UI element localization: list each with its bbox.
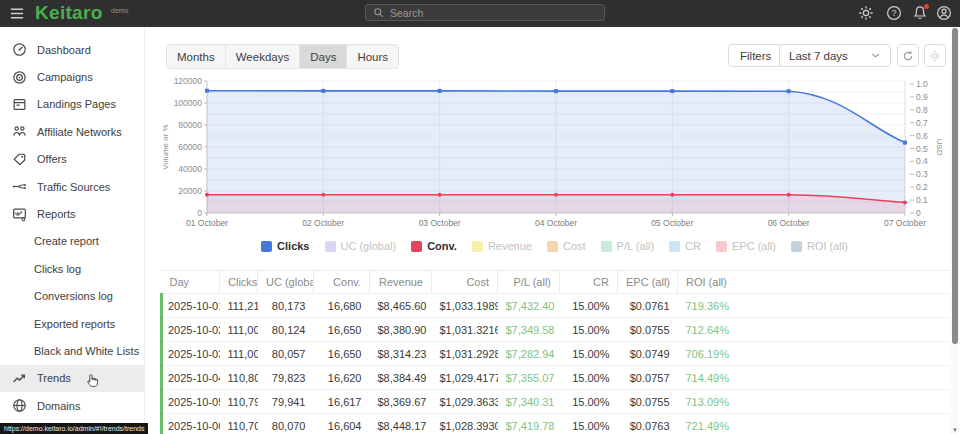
legend-label: Revenue <box>488 240 532 252</box>
sidebar-item-label: Conversions log <box>34 290 113 302</box>
sidebar-item-exported-reports[interactable]: Exported reports <box>0 310 144 337</box>
tab-hours[interactable]: Hours <box>346 45 398 68</box>
column-header-cost[interactable]: Cost <box>432 271 498 294</box>
table-cell: 110,79 <box>220 390 258 414</box>
sidebar: DashboardCampaignsLandings PagesAffiliat… <box>0 27 145 424</box>
table-cell: 15.00% <box>560 294 618 318</box>
legend-item-conv[interactable]: Conv. <box>411 240 457 252</box>
tab-weekdays[interactable]: Weekdays <box>225 45 299 68</box>
legend-item-cr[interactable]: CR <box>669 240 701 252</box>
column-header-cr[interactable]: CR <box>560 271 618 294</box>
column-header-roi-all[interactable]: ROI (all) <box>678 271 950 294</box>
table-cell: 110,70 <box>220 414 258 434</box>
sidebar-item-reports[interactable]: Reports <box>0 200 144 227</box>
sidebar-item-dashboard[interactable]: Dashboard <box>0 36 144 63</box>
chevron-down-icon <box>12 208 24 220</box>
hamburger-menu-icon[interactable] <box>9 6 25 21</box>
legend-swatch <box>601 241 612 252</box>
svg-text:0.5: 0.5 <box>916 144 928 154</box>
affiliate-networks-icon <box>12 124 27 139</box>
svg-text:06 October: 06 October <box>768 218 810 228</box>
sidebar-item-clicks-log[interactable]: Clicks log <box>0 255 144 282</box>
scrollbar-thumb[interactable] <box>952 28 958 344</box>
table-cell: $1,031.2928 <box>432 342 498 366</box>
sidebar-item-domains[interactable]: Domains <box>0 392 144 419</box>
sidebar-item-label: Campaigns <box>37 71 93 83</box>
table-cell: 15.00% <box>560 414 618 434</box>
chart-settings-button[interactable] <box>924 44 946 67</box>
table-cell: 16,604 <box>314 414 370 434</box>
date-range-value: Last 7 days <box>789 50 848 62</box>
search-input[interactable]: Search <box>365 4 605 21</box>
account-icon[interactable] <box>936 5 952 21</box>
legend-item-clicks[interactable]: Clicks <box>261 240 309 252</box>
sidebar-item-campaigns[interactable]: Campaigns <box>0 63 144 90</box>
legend-swatch <box>547 241 558 252</box>
filters-button[interactable]: Filters <box>728 44 783 67</box>
svg-text:0.7: 0.7 <box>916 118 928 128</box>
notifications-bell-icon[interactable] <box>912 5 928 21</box>
sidebar-item-affiliate-networks[interactable]: Affiliate Networks <box>0 118 144 145</box>
legend-label: UC (global) <box>341 240 397 252</box>
column-header-uc-global[interactable]: UC (global) <box>258 271 314 294</box>
svg-text:05 October: 05 October <box>651 218 693 228</box>
svg-text:03 October: 03 October <box>419 218 461 228</box>
svg-text:20000: 20000 <box>178 186 202 196</box>
sidebar-item-offers[interactable]: Offers <box>0 146 144 173</box>
legend-item-epc-all[interactable]: EPC (all) <box>716 240 776 252</box>
date-range-select[interactable]: Last 7 days <box>779 44 891 67</box>
legend-item-uc-global[interactable]: UC (global) <box>325 240 397 252</box>
legend-swatch <box>716 241 727 252</box>
tab-days[interactable]: Days <box>299 45 346 68</box>
column-header-clicks[interactable]: Clicks <box>220 271 258 294</box>
column-header-revenue[interactable]: Revenue <box>370 271 432 294</box>
column-header-conv[interactable]: Conv. <box>314 271 370 294</box>
table-cell: 80,057 <box>258 342 314 366</box>
sidebar-item-label: Exported reports <box>34 318 115 330</box>
svg-text:02 October: 02 October <box>302 218 344 228</box>
legend-label: Conv. <box>427 240 457 252</box>
legend-item-p-l-all[interactable]: P/L (all) <box>601 240 655 252</box>
table-cell: $8,384.49 <box>370 366 432 390</box>
column-header-epc-all[interactable]: EPC (all) <box>618 271 678 294</box>
refresh-button[interactable] <box>897 44 919 67</box>
svg-text:0.9: 0.9 <box>916 92 928 102</box>
sidebar-item-create-report[interactable]: Create report <box>0 228 144 255</box>
column-header-p-l-all[interactable]: P/L (all) <box>498 271 560 294</box>
sidebar-item-landings-pages[interactable]: Landings Pages <box>0 91 144 118</box>
settings-gear-icon[interactable] <box>858 5 874 21</box>
column-header-day[interactable]: Day <box>162 271 220 294</box>
sidebar-item-label: Clicks log <box>34 263 81 275</box>
gear-icon <box>929 50 941 62</box>
sidebar-item-black-and-white-lists[interactable]: Black and White Lists <box>0 337 144 364</box>
sidebar-item-label: Traffic Sources <box>37 181 110 193</box>
sidebar-item-trends[interactable]: Trends <box>0 365 144 392</box>
legend-label: ROI (all) <box>807 240 848 252</box>
table-cell: $7,432.40 <box>498 294 560 318</box>
table-cell: $8,465.60 <box>370 294 432 318</box>
table-cell: 16,680 <box>314 294 370 318</box>
table-cell: 79,823 <box>258 366 314 390</box>
help-icon[interactable]: ? <box>886 5 902 21</box>
page-scrollbar[interactable]: ▾ <box>951 27 959 434</box>
table-row: 2025-10-01111,2180,17316,680$8,465.60$1,… <box>162 294 950 318</box>
sidebar-item-conversions-log[interactable]: Conversions log <box>0 283 144 310</box>
interval-tabs: MonthsWeekdaysDaysHours <box>166 44 399 69</box>
app-logo[interactable]: Keitaro <box>35 2 103 24</box>
svg-text:0.8: 0.8 <box>916 105 928 115</box>
svg-text:0.4: 0.4 <box>916 156 928 166</box>
tab-months[interactable]: Months <box>167 45 225 68</box>
table-cell: 111,00 <box>220 318 258 342</box>
legend-item-roi-all[interactable]: ROI (all) <box>791 240 848 252</box>
table-cell: $7,282.94 <box>498 342 560 366</box>
legend-item-revenue[interactable]: Revenue <box>472 240 532 252</box>
legend-swatch <box>325 241 336 252</box>
sidebar-item-traffic-sources[interactable]: Traffic Sources <box>0 173 144 200</box>
table-cell: 15.00% <box>560 318 618 342</box>
sidebar-item-label: Domains <box>37 400 80 412</box>
svg-text:80000: 80000 <box>178 120 202 130</box>
scrollbar-down-arrow[interactable]: ▾ <box>951 426 959 433</box>
table-cell: $1,031.3216 <box>432 318 498 342</box>
legend-label: P/L (all) <box>617 240 655 252</box>
legend-item-cost[interactable]: Cost <box>547 240 586 252</box>
